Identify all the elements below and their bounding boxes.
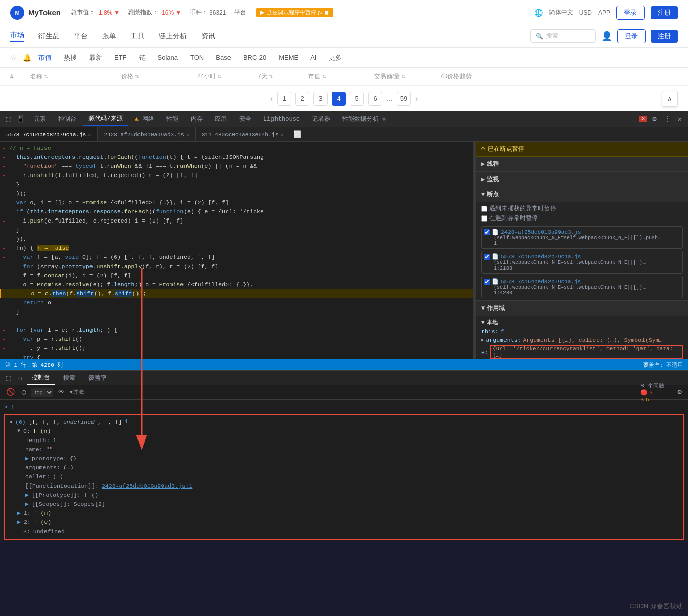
breakpoint-exception-checkbox[interactable] [481, 215, 487, 222]
filter-tab-brc20[interactable]: BRC-20 [238, 52, 271, 63]
console-tab-search[interactable]: 搜索 [58, 372, 80, 384]
debug-thread-header[interactable]: ▶ 线程 [476, 157, 688, 171]
console-eye-icon[interactable]: 👁 [56, 387, 66, 397]
debug-scope-header[interactable]: ▼ 作用域 [476, 301, 688, 316]
file-tabs-expand[interactable]: ⬜ [293, 130, 301, 139]
console-settings-icon[interactable]: ⚙ [676, 387, 684, 398]
devtools-settings-icon[interactable]: ⚙ [650, 114, 658, 124]
th-name[interactable]: 名称 ⇅ [30, 72, 121, 81]
nav-onchain[interactable]: 链上分析 [159, 32, 187, 41]
row-0-expand[interactable]: ▼ [17, 427, 20, 436]
nav-register-button[interactable]: 注册 [651, 30, 678, 43]
page-prev[interactable]: ‹ [270, 94, 273, 103]
dt-tab-network[interactable]: ▲ 网络 [130, 113, 159, 125]
filter-tab-ai[interactable]: AI [305, 52, 322, 63]
nav-follow[interactable]: 跟单 [102, 32, 116, 41]
page-1[interactable]: 1 [277, 92, 291, 106]
file-tab-1[interactable]: 5578-7c164bed82b79c1a.js ✕ [0, 127, 98, 141]
debug-local-header[interactable]: ▼ 本地 [481, 318, 683, 327]
file-tab-1-close[interactable]: ✕ [88, 131, 91, 138]
filter-tab-trending[interactable]: 热搜 [59, 51, 82, 64]
row-0-location-link[interactable]: 2428-af25dcb010a99ad3.js:1 [102, 481, 192, 491]
filter-tab-more[interactable]: 更多 [324, 51, 347, 64]
globe-icon[interactable]: 🌐 [534, 9, 543, 17]
dt-tab-memory[interactable]: 内存 [186, 113, 208, 125]
dt-tab-performance[interactable]: 性能 [161, 113, 184, 125]
register-button[interactable]: 注册 [651, 6, 678, 19]
star-icon[interactable]: ☆ [10, 54, 17, 62]
dt-tab-security[interactable]: 安全 [234, 113, 256, 125]
devtools-device-icon[interactable]: 📱 [14, 114, 27, 124]
console-clear-icon[interactable]: 🚫 [4, 387, 17, 398]
row-0-proto-expand[interactable]: ▶ [25, 454, 29, 463]
page-5[interactable]: 5 [350, 92, 364, 106]
page-3[interactable]: 3 [313, 92, 328, 106]
console-tab-coverage[interactable]: 覆盖率 [83, 372, 112, 384]
search-box[interactable]: 🔍 搜索 [530, 29, 596, 43]
file-tab-2-close[interactable]: ✕ [186, 131, 189, 138]
dt-tab-sources[interactable]: 源代码/来源 [83, 112, 127, 126]
file-tab-3-close[interactable]: ✕ [281, 131, 284, 138]
dt-tab-lighthouse[interactable]: Lighthouse [258, 114, 305, 125]
language-selector[interactable]: 简体中文 [549, 8, 573, 17]
console-filter-toggle[interactable]: ◯ [20, 387, 28, 398]
nav-login-button[interactable]: 登录 [617, 29, 646, 43]
th-market-cap[interactable]: 市值 ⇅ [308, 72, 374, 81]
file-tab-2[interactable]: 2428-af25dcb010a99ad3.js ✕ [98, 127, 195, 141]
filter-tab-chain[interactable]: 链 [134, 51, 151, 64]
app-button[interactable]: APP [598, 9, 610, 16]
page-6[interactable]: 6 [368, 92, 382, 106]
filter-tab-ton[interactable]: TON [185, 52, 209, 63]
nav-tools[interactable]: 工具 [130, 32, 145, 41]
scope-arguments-expand[interactable]: ▶ [481, 337, 484, 343]
th-volume[interactable]: 交易额/量 ⇅ [374, 72, 440, 81]
page-next[interactable]: › [415, 94, 418, 103]
dt-tab-console[interactable]: 控制台 [53, 113, 81, 125]
page-59[interactable]: 59 [397, 92, 411, 106]
row-0-scopes-expand[interactable]: ▶ [25, 500, 29, 509]
debug-breakpoints-header[interactable]: ▼ 断点 [476, 187, 688, 202]
th-24h[interactable]: 24小时 ⇅ [197, 72, 258, 81]
row-1-expand[interactable]: ▶ [17, 509, 21, 518]
devtools-more-icon[interactable]: ⋮ [662, 114, 673, 124]
console-bar-dock-icon[interactable]: ⬚ [4, 373, 12, 383]
filter-tab-new[interactable]: 最新 [84, 51, 107, 64]
scroll-top-button[interactable]: ∧ [662, 91, 678, 107]
nav-news[interactable]: 资讯 [201, 32, 215, 41]
filter-tab-base[interactable]: Base [211, 52, 236, 63]
console-expand-arrow-main[interactable]: ◀ [9, 418, 12, 427]
breakpoint-file-3-checkbox[interactable] [484, 279, 490, 285]
dt-tab-elements[interactable]: 元素 [29, 113, 51, 125]
console-info-icon[interactable]: i [125, 418, 128, 427]
breakpoint-file-2-checkbox[interactable] [484, 254, 490, 260]
currency-selector[interactable]: USD [579, 9, 592, 16]
breakpoint-file-1-checkbox[interactable] [484, 229, 490, 235]
row-2-expand[interactable]: ▶ [17, 518, 21, 527]
filter-tab-meme[interactable]: MEME [273, 52, 303, 63]
row-0-proto-meta-expand[interactable]: ▶ [25, 491, 29, 500]
nav-market[interactable]: 市场 [10, 31, 24, 42]
file-tab-3[interactable]: 311-480cc0c4ae43e64b.js ✕ [196, 127, 290, 141]
dt-tab-perf-insights[interactable]: 性能数据分析 ♾ [337, 113, 391, 125]
filter-tab-etf[interactable]: ETF [109, 52, 132, 63]
login-button[interactable]: 登录 [616, 6, 645, 20]
page-4[interactable]: 4 [332, 92, 346, 106]
nav-platform[interactable]: 平台 [74, 32, 88, 41]
devtools-close-icon[interactable]: ✕ [676, 114, 684, 124]
console-context-selector[interactable]: top [31, 388, 53, 397]
page-2[interactable]: 2 [295, 92, 309, 106]
code-scrollbar[interactable] [473, 142, 476, 359]
nav-derivatives[interactable]: 衍生品 [38, 32, 60, 41]
dt-tab-recorder[interactable]: 记录器 [307, 113, 335, 125]
th-7d[interactable]: 7天 ⇅ [258, 72, 308, 81]
debug-watch-header[interactable]: ▶ 监视 [476, 172, 688, 187]
dt-tab-application[interactable]: 应用 [210, 113, 232, 125]
breakpoint-uncaught-checkbox[interactable] [481, 206, 487, 212]
th-price[interactable]: 价格 ⇅ [121, 72, 197, 81]
console-tab-console[interactable]: 控制台 [27, 371, 55, 385]
filter-tab-solana[interactable]: Solana [153, 52, 183, 63]
devtools-inspect-icon[interactable]: ⬚ [4, 114, 12, 124]
filter-tab-market-cap[interactable]: 市值 [33, 51, 57, 64]
bell-icon[interactable]: 🔔 [23, 54, 31, 62]
console-bar-expand-icon[interactable]: ◻ [15, 373, 23, 383]
